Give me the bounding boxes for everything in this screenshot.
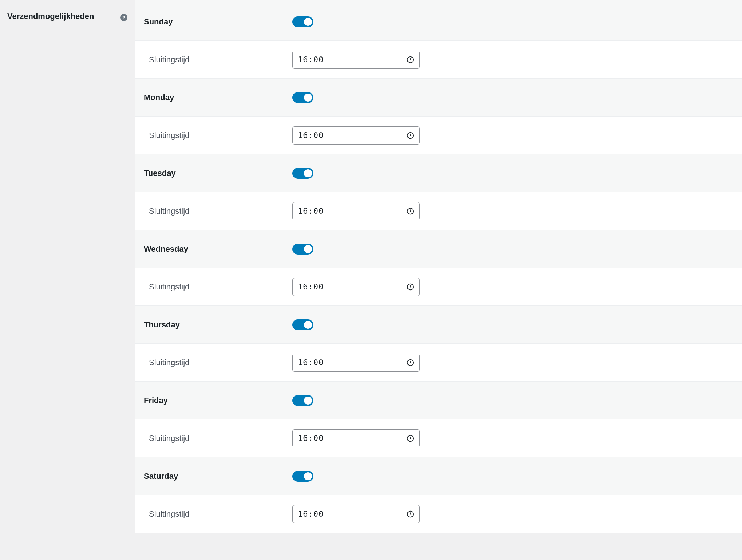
day-row-friday: Friday: [135, 382, 742, 419]
day-label-friday: Friday: [144, 396, 168, 405]
day-row-saturday: Saturday: [135, 457, 742, 495]
day-label-monday: Monday: [144, 93, 174, 102]
closing-time-value-monday: 16:00: [298, 131, 324, 140]
page-root: Verzendmogelijkheden ? Sunday Sluitingst…: [0, 0, 742, 533]
closing-time-input-wednesday[interactable]: 16:00: [292, 278, 420, 296]
closing-label-saturday: Sluitingstijd: [144, 509, 189, 518]
closing-time-value-thursday: 16:00: [298, 358, 324, 367]
closing-label-friday: Sluitingstijd: [144, 434, 189, 443]
closing-time-input-thursday[interactable]: 16:00: [292, 354, 420, 372]
day-label-saturday: Saturday: [144, 472, 178, 481]
clock-icon: [406, 207, 414, 215]
day-row-sunday: Sunday: [135, 0, 742, 41]
day-row-wednesday: Wednesday: [135, 230, 742, 268]
clock-icon: [406, 359, 414, 367]
closing-row-sunday: Sluitingstijd 16:00: [135, 41, 742, 79]
closing-time-input-monday[interactable]: 16:00: [292, 126, 420, 145]
sidebar-title: Verzendmogelijkheden: [7, 12, 94, 21]
day-label-wednesday: Wednesday: [144, 244, 188, 253]
day-label-sunday: Sunday: [144, 17, 173, 26]
closing-time-value-wednesday: 16:00: [298, 282, 324, 291]
day-label-tuesday: Tuesday: [144, 169, 176, 178]
toggle-monday[interactable]: [292, 92, 313, 103]
sidebar: Verzendmogelijkheden ?: [0, 0, 135, 533]
closing-time-input-friday[interactable]: 16:00: [292, 429, 420, 447]
toggle-knob: [304, 94, 312, 102]
closing-label-thursday: Sluitingstijd: [144, 358, 189, 367]
closing-time-value-sunday: 16:00: [298, 55, 324, 64]
toggle-knob: [304, 321, 312, 329]
toggle-knob: [304, 397, 312, 405]
day-label-thursday: Thursday: [144, 320, 180, 329]
closing-label-tuesday: Sluitingstijd: [144, 206, 189, 216]
toggle-knob: [304, 169, 312, 177]
toggle-saturday[interactable]: [292, 471, 313, 482]
closing-row-tuesday: Sluitingstijd 16:00: [135, 192, 742, 230]
clock-icon: [406, 283, 414, 291]
day-row-thursday: Thursday: [135, 306, 742, 344]
closing-time-value-saturday: 16:00: [298, 509, 324, 518]
closing-row-wednesday: Sluitingstijd 16:00: [135, 268, 742, 306]
closing-label-sunday: Sluitingstijd: [144, 55, 189, 64]
closing-time-input-saturday[interactable]: 16:00: [292, 505, 420, 523]
closing-row-friday: Sluitingstijd 16:00: [135, 419, 742, 457]
clock-icon: [406, 434, 414, 442]
closing-time-value-tuesday: 16:00: [298, 206, 324, 216]
closing-time-input-tuesday[interactable]: 16:00: [292, 202, 420, 220]
closing-row-thursday: Sluitingstijd 16:00: [135, 344, 742, 382]
day-row-tuesday: Tuesday: [135, 154, 742, 192]
toggle-knob: [304, 472, 312, 480]
toggle-wednesday[interactable]: [292, 244, 313, 255]
toggle-sunday[interactable]: [292, 16, 313, 27]
toggle-knob: [304, 18, 312, 26]
toggle-friday[interactable]: [292, 395, 313, 406]
closing-time-value-friday: 16:00: [298, 434, 324, 443]
day-row-monday: Monday: [135, 79, 742, 117]
settings-panel: Sunday Sluitingstijd 16:00 Monday Sluiti…: [135, 0, 742, 533]
help-icon[interactable]: ?: [120, 14, 127, 21]
toggle-thursday[interactable]: [292, 319, 313, 330]
closing-label-monday: Sluitingstijd: [144, 131, 189, 140]
closing-row-monday: Sluitingstijd 16:00: [135, 117, 742, 154]
closing-label-wednesday: Sluitingstijd: [144, 282, 189, 291]
closing-row-saturday: Sluitingstijd 16:00: [135, 495, 742, 533]
clock-icon: [406, 510, 414, 518]
closing-time-input-sunday[interactable]: 16:00: [292, 51, 420, 69]
clock-icon: [406, 131, 414, 139]
clock-icon: [406, 56, 414, 64]
toggle-knob: [304, 245, 312, 253]
toggle-tuesday[interactable]: [292, 168, 313, 179]
